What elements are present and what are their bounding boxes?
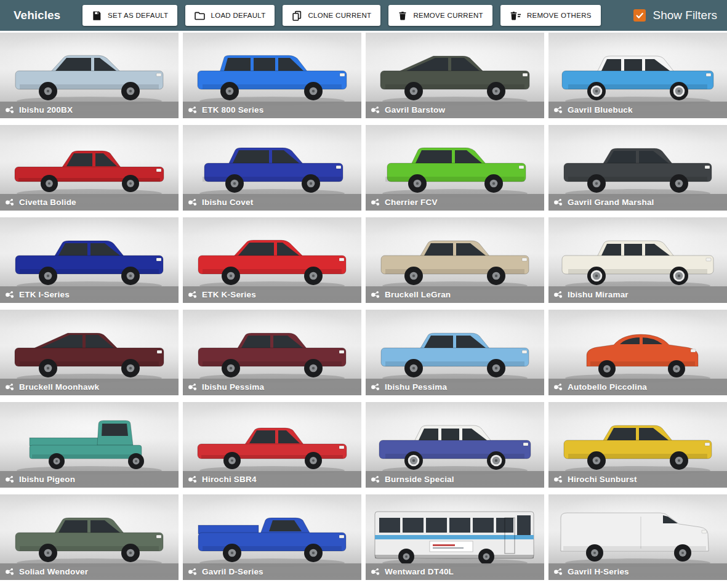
vehicle-card[interactable]: Bruckell LeGran bbox=[366, 217, 544, 303]
vehicle-icon bbox=[188, 475, 197, 484]
vehicle-card[interactable]: Ibishu Pessima bbox=[366, 310, 544, 395]
vehicle-caption: Civetta Bolide bbox=[0, 194, 179, 211]
vehicle-caption: ETK K-Series bbox=[183, 286, 361, 303]
vehicle-name: Ibishu Miramar bbox=[568, 290, 629, 299]
vehicle-icon bbox=[553, 475, 563, 484]
vehicle-card[interactable]: Cherrier FCV bbox=[366, 125, 544, 211]
vehicle-icon bbox=[371, 290, 380, 299]
vehicle-card[interactable]: ETK I-Series bbox=[0, 217, 179, 303]
show-filters-checkbox[interactable] bbox=[633, 9, 646, 22]
vehicle-icon bbox=[553, 567, 563, 576]
vehicle-icon bbox=[553, 290, 563, 299]
vehicle-name: Hirochi SBR4 bbox=[202, 475, 257, 484]
vehicle-caption: Gavril D-Series bbox=[183, 563, 361, 580]
set-as-default-button[interactable]: SET AS DEFAULT bbox=[82, 5, 177, 26]
vehicle-caption: Gavril Grand Marshal bbox=[548, 194, 727, 211]
vehicle-caption: Ibishu Pigeon bbox=[0, 471, 179, 488]
vehicle-caption: Bruckell LeGran bbox=[366, 286, 544, 303]
vehicle-icon bbox=[371, 382, 380, 392]
vehicle-caption: ETK I-Series bbox=[0, 286, 179, 303]
show-filters-label: Show Filters bbox=[653, 9, 717, 22]
vehicle-name: ETK 800 Series bbox=[202, 105, 263, 115]
vehicle-caption: Bruckell Moonhawk bbox=[0, 379, 179, 395]
vehicle-caption: Hirochi Sunburst bbox=[548, 471, 727, 488]
vehicle-name: ETK I-Series bbox=[19, 290, 70, 299]
vehicle-icon bbox=[553, 198, 563, 207]
vehicle-name: Cherrier FCV bbox=[385, 198, 438, 207]
vehicle-name: Burnside Special bbox=[385, 475, 454, 484]
save-icon bbox=[92, 10, 102, 21]
vehicle-name: Gavril H-Series bbox=[568, 567, 629, 576]
vehicle-card[interactable]: Bruckell Moonhawk bbox=[0, 310, 179, 395]
vehicle-caption: Ibishu Miramar bbox=[548, 286, 727, 303]
vehicle-name: Soliad Wendover bbox=[19, 567, 88, 576]
vehicle-card[interactable]: ETK K-Series bbox=[183, 217, 361, 303]
show-filters-toggle[interactable]: Show Filters bbox=[633, 9, 717, 22]
vehicle-icon bbox=[188, 382, 197, 392]
vehicle-name: Ibishu 200BX bbox=[19, 105, 73, 115]
vehicle-caption: Wentward DT40L bbox=[366, 563, 544, 580]
vehicle-card[interactable]: Civetta Bolide bbox=[0, 125, 179, 211]
vehicle-icon bbox=[188, 198, 197, 207]
trash-icon bbox=[398, 10, 408, 21]
vehicle-card[interactable]: Hirochi Sunburst bbox=[548, 402, 727, 488]
vehicle-grid: Ibishu 200BX ETK 800 Series Gavril Barst… bbox=[0, 33, 727, 580]
vehicle-card[interactable]: Gavril H-Series bbox=[548, 494, 727, 580]
vehicle-caption: Hirochi SBR4 bbox=[183, 471, 361, 488]
vehicle-card[interactable]: Ibishu Pigeon bbox=[0, 402, 179, 488]
vehicle-card[interactable]: Ibishu Miramar bbox=[548, 217, 727, 303]
vehicle-caption: Cherrier FCV bbox=[366, 194, 544, 211]
vehicle-icon bbox=[5, 567, 14, 576]
trash-list-icon bbox=[510, 10, 521, 21]
vehicle-icon bbox=[5, 105, 14, 115]
vehicle-name: Civetta Bolide bbox=[19, 198, 76, 207]
remove-current-button[interactable]: REMOVE CURRENT bbox=[388, 5, 492, 26]
vehicle-name: Gavril Bluebuck bbox=[568, 105, 633, 115]
vehicle-icon bbox=[5, 198, 14, 207]
vehicle-card[interactable]: Gavril Grand Marshal bbox=[548, 125, 727, 211]
vehicle-icon bbox=[371, 198, 380, 207]
vehicle-icon bbox=[371, 475, 380, 484]
vehicle-card[interactable]: Wentward DT40L bbox=[366, 494, 544, 580]
vehicle-name: Ibishu Covet bbox=[202, 198, 253, 207]
vehicle-name: Wentward DT40L bbox=[385, 567, 454, 576]
vehicle-icon bbox=[5, 382, 14, 392]
vehicle-icon bbox=[188, 290, 197, 299]
vehicle-icon bbox=[371, 567, 380, 576]
vehicle-card[interactable]: Soliad Wendover bbox=[0, 494, 179, 580]
vehicle-card[interactable]: Ibishu Pessima bbox=[183, 310, 361, 395]
load-default-button[interactable]: LOAD DEFAULT bbox=[185, 5, 275, 26]
vehicle-icon bbox=[371, 105, 380, 115]
check-icon bbox=[635, 11, 644, 20]
header-bar: Vehicles SET AS DEFAULT LOAD DEFAULT CLO… bbox=[0, 0, 727, 31]
vehicle-card[interactable]: Gavril Barstow bbox=[366, 33, 544, 118]
vehicle-name: Hirochi Sunburst bbox=[568, 475, 637, 484]
vehicle-caption: Gavril H-Series bbox=[548, 563, 727, 580]
vehicle-caption: ETK 800 Series bbox=[183, 102, 361, 118]
vehicle-icon bbox=[5, 475, 14, 484]
vehicle-icon bbox=[5, 290, 14, 299]
vehicle-card[interactable]: Burnside Special bbox=[366, 402, 544, 488]
vehicle-card[interactable]: Hirochi SBR4 bbox=[183, 402, 361, 488]
remove-others-button[interactable]: REMOVE OTHERS bbox=[500, 5, 601, 26]
clone-current-button[interactable]: CLONE CURRENT bbox=[283, 5, 380, 26]
vehicle-card[interactable]: Gavril Bluebuck bbox=[548, 33, 727, 118]
vehicle-name: Gavril Barstow bbox=[385, 105, 445, 115]
vehicle-caption: Gavril Bluebuck bbox=[548, 102, 727, 118]
vehicle-caption: Ibishu Covet bbox=[183, 194, 361, 211]
vehicle-card[interactable]: Autobello Piccolina bbox=[548, 310, 727, 395]
vehicle-card[interactable]: Ibishu 200BX bbox=[0, 33, 179, 118]
vehicle-card[interactable]: Ibishu Covet bbox=[183, 125, 361, 211]
vehicle-caption: Gavril Barstow bbox=[366, 102, 544, 118]
vehicle-card[interactable]: Gavril D-Series bbox=[183, 494, 361, 580]
vehicle-caption: Ibishu Pessima bbox=[366, 379, 544, 395]
vehicle-card[interactable]: ETK 800 Series bbox=[183, 33, 361, 118]
vehicle-icon bbox=[553, 105, 563, 115]
vehicle-name: ETK K-Series bbox=[202, 290, 256, 299]
vehicle-caption: Soliad Wendover bbox=[0, 563, 179, 580]
page-title: Vehicles bbox=[14, 9, 60, 22]
vehicle-name: Ibishu Pessima bbox=[385, 382, 447, 392]
vehicle-name: Bruckell LeGran bbox=[385, 290, 451, 299]
vehicle-name: Autobello Piccolina bbox=[568, 382, 647, 392]
vehicle-name: Ibishu Pigeon bbox=[19, 475, 75, 484]
